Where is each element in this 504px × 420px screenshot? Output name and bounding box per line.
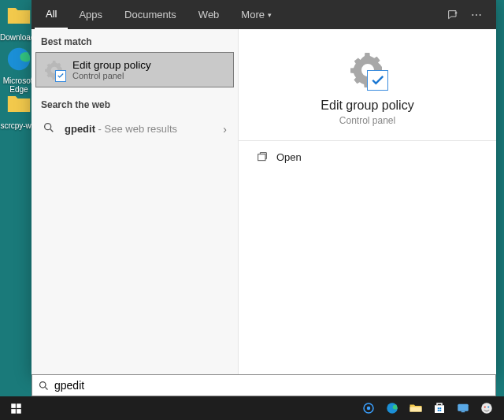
best-match-subtitle: Control panel bbox=[72, 71, 151, 80]
tray-icon-edge[interactable] bbox=[384, 400, 400, 416]
svg-rect-20 bbox=[438, 410, 439, 411]
results-left-column: Best match Edit group policy Control pan… bbox=[32, 29, 239, 374]
best-match-title: Edit group policy bbox=[72, 59, 151, 71]
svg-rect-9 bbox=[11, 403, 16, 408]
tray-icon-store[interactable] bbox=[432, 400, 447, 416]
tray-icon-app2[interactable] bbox=[455, 400, 471, 416]
tab-all[interactable]: All bbox=[35, 0, 68, 29]
tray-icon-app3[interactable] bbox=[479, 400, 495, 416]
tray-icon-app1[interactable] bbox=[361, 400, 376, 416]
svg-rect-21 bbox=[439, 410, 441, 411]
svg-rect-18 bbox=[438, 407, 439, 409]
search-icon bbox=[32, 380, 54, 392]
svg-rect-6 bbox=[258, 154, 265, 161]
svg-line-8 bbox=[45, 387, 47, 389]
tab-apps[interactable]: Apps bbox=[68, 0, 113, 29]
feedback-icon[interactable] bbox=[446, 8, 460, 22]
search-input[interactable] bbox=[54, 379, 495, 392]
svg-rect-16 bbox=[410, 407, 422, 412]
control-panel-icon bbox=[44, 60, 65, 80]
search-icon bbox=[43, 121, 55, 136]
search-web-label: Search the web bbox=[32, 92, 238, 115]
more-options-icon[interactable] bbox=[469, 8, 484, 22]
svg-point-26 bbox=[487, 406, 489, 407]
svg-line-5 bbox=[50, 129, 53, 132]
taskbar bbox=[0, 396, 504, 420]
svg-rect-23 bbox=[461, 411, 465, 413]
svg-point-7 bbox=[39, 381, 46, 388]
search-panel: All Apps Documents Web More▾ Best match … bbox=[32, 0, 496, 374]
best-match-label: Best match bbox=[32, 29, 238, 52]
system-tray bbox=[361, 400, 504, 416]
control-panel-icon bbox=[349, 51, 387, 89]
svg-point-2 bbox=[476, 14, 477, 16]
svg-point-14 bbox=[367, 407, 371, 411]
svg-rect-10 bbox=[17, 403, 21, 408]
search-tabs: All Apps Documents Web More▾ bbox=[32, 0, 496, 29]
chevron-down-icon: ▾ bbox=[268, 11, 272, 19]
search-box[interactable] bbox=[32, 374, 496, 396]
svg-point-3 bbox=[480, 14, 481, 16]
open-icon bbox=[256, 151, 269, 163]
web-result-term: gpedit bbox=[65, 123, 95, 135]
detail-subtitle: Control panel bbox=[339, 115, 395, 126]
result-detail-column: Edit group policy Control panel Open bbox=[239, 29, 496, 374]
chevron-right-icon: › bbox=[223, 123, 227, 136]
start-button[interactable] bbox=[0, 396, 32, 420]
svg-rect-22 bbox=[458, 404, 469, 411]
detail-title: Edit group policy bbox=[321, 98, 413, 113]
svg-rect-17 bbox=[435, 405, 444, 413]
open-action-label: Open bbox=[276, 151, 302, 163]
tab-web[interactable]: Web bbox=[187, 0, 231, 29]
svg-rect-11 bbox=[11, 409, 16, 414]
open-action[interactable]: Open bbox=[239, 141, 496, 173]
svg-point-25 bbox=[484, 406, 486, 407]
tray-icon-explorer[interactable] bbox=[408, 400, 424, 416]
svg-point-24 bbox=[481, 403, 492, 414]
tab-more[interactable]: More▾ bbox=[230, 0, 283, 29]
best-match-result[interactable]: Edit group policy Control panel bbox=[35, 52, 234, 87]
svg-point-4 bbox=[45, 124, 51, 130]
svg-rect-12 bbox=[17, 409, 21, 414]
web-result[interactable]: gpedit - See web results › bbox=[32, 115, 238, 143]
svg-point-1 bbox=[472, 14, 473, 16]
tab-documents[interactable]: Documents bbox=[113, 0, 187, 29]
web-result-suffix: - See web results bbox=[95, 123, 177, 135]
svg-rect-19 bbox=[439, 407, 441, 409]
